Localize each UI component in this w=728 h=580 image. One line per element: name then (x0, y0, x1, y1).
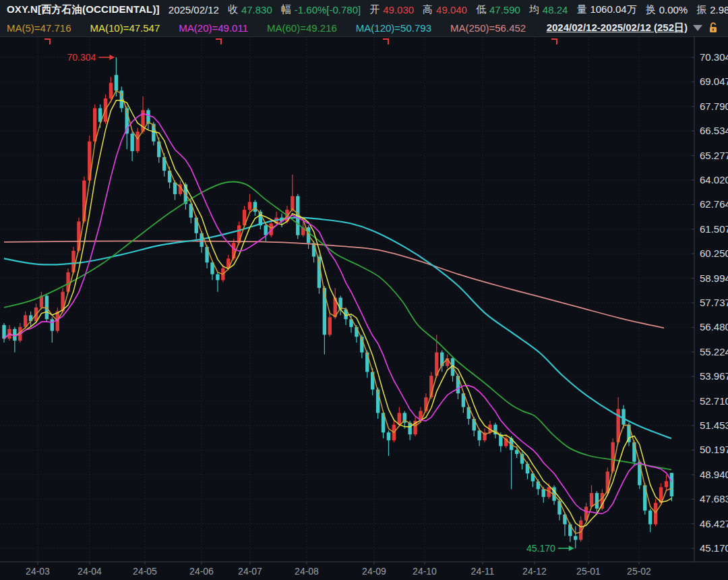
svg-text:47.683: 47.683 (700, 493, 728, 504)
svg-text:60.250: 60.250 (700, 248, 728, 259)
svg-text:46.427: 46.427 (700, 518, 728, 529)
stock-chart-window: OXY.N[西方石油(OCCIDENTAL)] 2025/02/12 收47.8… (0, 0, 728, 580)
x-axis-labels: 24-0324-0424-0524-0624-0724-0824-0924-10… (26, 566, 651, 577)
ma-line-ma10 (4, 100, 671, 527)
svg-text:24-10: 24-10 (413, 566, 437, 577)
ma-line-ma60 (4, 181, 671, 469)
svg-text:24-05: 24-05 (133, 566, 157, 577)
svg-text:24-04: 24-04 (78, 566, 102, 577)
svg-text:51.453: 51.453 (700, 419, 728, 431)
svg-text:25-01: 25-01 (576, 566, 601, 577)
svg-text:24-07: 24-07 (238, 566, 262, 577)
svg-text:53.967: 53.967 (700, 370, 728, 382)
svg-text:66.534: 66.534 (700, 125, 728, 136)
y-axis-labels: 70.30469.04767.79066.53465.27764.02062.7… (700, 51, 728, 554)
svg-text:45.170: 45.170 (700, 542, 728, 554)
svg-text:56.480: 56.480 (700, 321, 728, 332)
svg-text:24-06: 24-06 (189, 566, 214, 577)
svg-text:70.304: 70.304 (700, 51, 728, 63)
svg-text:65.277: 65.277 (700, 150, 728, 161)
svg-text:61.507: 61.507 (700, 223, 728, 235)
price-chart[interactable]: 70.30469.04767.79066.53465.27764.02062.7… (0, 0, 728, 580)
svg-text:50.197: 50.197 (700, 444, 728, 455)
svg-text:62.764: 62.764 (700, 198, 728, 210)
svg-text:48.940: 48.940 (700, 469, 728, 480)
svg-text:25-02: 25-02 (627, 566, 651, 577)
svg-text:58.994: 58.994 (700, 272, 728, 284)
svg-text:24-08: 24-08 (295, 566, 319, 577)
svg-text:57.737: 57.737 (700, 297, 728, 308)
svg-text:67.790: 67.790 (700, 100, 728, 112)
svg-text:69.047: 69.047 (700, 76, 728, 87)
period-low-price-label: 45.170 (526, 543, 555, 554)
period-high-price-label: 70.304 (67, 52, 96, 63)
svg-text:24-09: 24-09 (362, 566, 386, 577)
svg-text:55.224: 55.224 (700, 346, 728, 357)
ma-line-ma120 (4, 218, 671, 439)
ma-lines (4, 90, 671, 533)
svg-text:24-12: 24-12 (522, 566, 547, 577)
ma-line-ma20 (4, 114, 671, 514)
ma-line-ma5 (4, 90, 671, 533)
svg-text:24-03: 24-03 (26, 566, 50, 577)
event-markers (44, 39, 557, 45)
svg-text:64.020: 64.020 (700, 174, 728, 185)
svg-text:24-11: 24-11 (471, 566, 495, 577)
svg-text:52.710: 52.710 (700, 395, 728, 407)
